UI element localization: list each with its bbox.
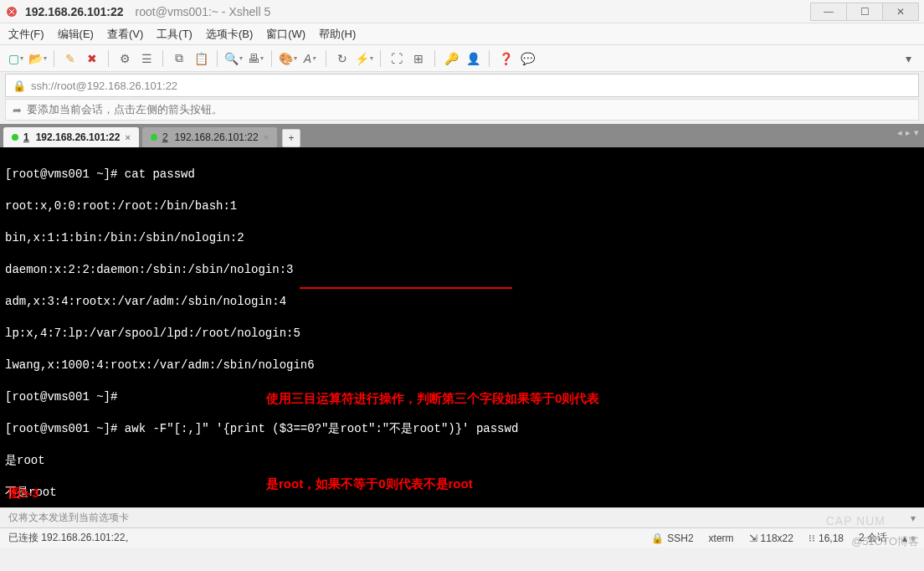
status-pos: ⁝⁝16,18	[808, 532, 844, 544]
separator	[489, 50, 490, 67]
tile-icon[interactable]: ⊞	[409, 49, 428, 68]
terminal-line: root:x,0:0:root:/root:/bin/bash:1	[5, 198, 919, 214]
profiles-icon[interactable]: ☰	[137, 49, 156, 68]
tab-next-icon[interactable]: ▸	[906, 127, 911, 138]
close-button[interactable]: ✕	[882, 3, 919, 21]
toolbar: ▢ 📂 ✎ ✖ ⚙ ☰ ⧉ 📋 🔍 🖶 🎨 A ↻ ⚡ ⛶ ⊞ 🔑 👤 ❓ 💬 …	[0, 45, 924, 72]
separator	[434, 50, 435, 67]
resize-icon: ⇲	[749, 532, 757, 544]
terminal-line: adm,x:3:4:rootx:/var/adm:/sbin/nologin:4	[5, 294, 919, 310]
tab-prev-icon[interactable]: ◂	[897, 127, 902, 138]
font-icon[interactable]: A	[300, 49, 319, 68]
terminal[interactable]: [root@vms001 ~]# cat passwd root:x,0:0:r…	[0, 147, 924, 507]
window-controls: — ☐ ✕	[811, 3, 919, 21]
menu-window[interactable]: 窗口(W)	[266, 27, 305, 42]
tab-close-icon[interactable]: ×	[264, 132, 269, 142]
window-title-main: 192.168.26.101:22	[25, 5, 124, 18]
copy-icon[interactable]: ⧉	[170, 49, 188, 68]
menu-tools[interactable]: 工具(T)	[157, 27, 192, 42]
new-session-icon[interactable]: ▢	[7, 49, 25, 68]
properties-icon[interactable]: ⚙	[116, 49, 134, 68]
status-bar: 已连接 192.168.26.101:22。 🔒SSH2 xterm ⇲118x…	[0, 527, 924, 548]
terminal-line: bin,x:1:1:bin:/bin:/sbin/nologin:2	[5, 230, 919, 246]
key-icon[interactable]: 🔑	[442, 49, 460, 68]
maximize-button[interactable]: ☐	[846, 3, 883, 21]
figure-label: 图5-3	[8, 485, 39, 501]
hint-bar: ➦ 要添加当前会话，点击左侧的箭头按钮。	[5, 99, 919, 121]
compose-bar[interactable]: 仅将文本发送到当前选项卡 ▾	[0, 507, 924, 527]
caplock-indicator: CAP NUM	[826, 514, 886, 527]
fullscreen-icon[interactable]: ⛶	[388, 49, 406, 68]
separator	[54, 50, 54, 67]
session-tab-1[interactable]: 1 192.168.26.101:22 ×	[3, 127, 139, 147]
watermark: @51CTO博客	[851, 534, 919, 549]
status-term: xterm	[709, 532, 734, 544]
lock-icon: 🔒	[651, 532, 664, 544]
status-dot-icon	[12, 134, 18, 141]
menu-tabs[interactable]: 选项卡(B)	[206, 27, 253, 42]
menu-help[interactable]: 帮助(H)	[319, 27, 356, 42]
script-icon[interactable]: ⚡	[355, 49, 373, 68]
callout-line-2: 是root，如果不等于0则代表不是root	[266, 470, 599, 498]
sync-icon[interactable]: ↻	[333, 49, 352, 68]
lock-icon: 🔒	[13, 80, 26, 92]
open-session-icon[interactable]: 📂	[28, 49, 47, 68]
disconnect-icon[interactable]: ✖	[83, 49, 101, 68]
find-icon[interactable]: 🔍	[224, 49, 243, 68]
titlebar: 192.168.26.101:22 root@vms001:~ - Xshell…	[0, 0, 924, 23]
separator	[108, 50, 109, 67]
session-tab-2[interactable]: 2 192.168.26.101:22 ×	[142, 127, 277, 147]
menu-view[interactable]: 查看(V)	[107, 27, 143, 42]
separator	[271, 50, 272, 67]
arrow-icon[interactable]: ➦	[13, 104, 22, 116]
tab-index: 1	[23, 131, 29, 143]
compose-dropdown-icon[interactable]: ▾	[911, 512, 916, 524]
app-icon	[5, 5, 18, 18]
separator	[162, 50, 163, 67]
separator	[380, 50, 381, 67]
new-tab-button[interactable]: +	[282, 129, 300, 147]
hint-text: 要添加当前会话，点击左侧的箭头按钮。	[27, 102, 223, 117]
tab-index: 2	[162, 131, 168, 143]
status-connected: 已连接 192.168.26.101:22。	[8, 531, 135, 545]
paste-icon[interactable]: 📋	[192, 49, 210, 68]
address-bar[interactable]: 🔒 ssh://root@192.168.26.101:22	[5, 74, 919, 97]
print-icon[interactable]: 🖶	[246, 49, 264, 68]
address-text: ssh://root@192.168.26.101:22	[31, 80, 177, 92]
separator	[326, 50, 326, 67]
menu-edit[interactable]: 编辑(E)	[58, 27, 94, 42]
palette-icon[interactable]: 🎨	[279, 49, 297, 68]
tab-label: 192.168.26.101:22	[36, 131, 121, 143]
reconnect-icon[interactable]: ✎	[61, 49, 80, 68]
annotation-callout: 使用三目运算符进行操作，判断第三个字段如果等于0则代表 是root，如果不等于0…	[266, 327, 599, 507]
tab-bar: 1 192.168.26.101:22 × 2 192.168.26.101:2…	[0, 124, 924, 147]
help-icon[interactable]: ❓	[496, 49, 515, 68]
toolbar-overflow-icon[interactable]: ▾	[899, 49, 917, 68]
tab-label: 192.168.26.101:22	[175, 131, 259, 143]
separator	[217, 50, 218, 67]
window-title-sub: root@vms001:~ - Xshell 5	[136, 5, 271, 18]
cursor-pos-icon: ⁝⁝	[808, 532, 815, 544]
menu-file[interactable]: 文件(F)	[8, 27, 44, 42]
chat-icon[interactable]: 💬	[518, 49, 536, 68]
tab-nav: ◂ ▸ ▾	[897, 127, 919, 138]
callout-line-1: 使用三目运算符进行操作，判断第三个字段如果等于0则代表	[266, 384, 599, 413]
tab-close-icon[interactable]: ×	[125, 132, 130, 142]
compose-placeholder: 仅将文本发送到当前选项卡	[8, 511, 129, 525]
user-icon[interactable]: 👤	[464, 49, 482, 68]
terminal-line: [root@vms001 ~]# cat passwd	[5, 167, 919, 183]
annotation-underline	[300, 287, 512, 289]
status-dot-icon	[151, 134, 157, 141]
tab-menu-icon[interactable]: ▾	[914, 127, 919, 138]
status-proto: 🔒SSH2	[651, 532, 693, 544]
minimize-button[interactable]: —	[810, 3, 847, 21]
menubar: 文件(F) 编辑(E) 查看(V) 工具(T) 选项卡(B) 窗口(W) 帮助(…	[0, 23, 924, 45]
status-size: ⇲118x22	[749, 532, 793, 544]
terminal-line: daemon:x:2:2:daemon:/sbin:/sbin/nologin:…	[5, 262, 919, 278]
